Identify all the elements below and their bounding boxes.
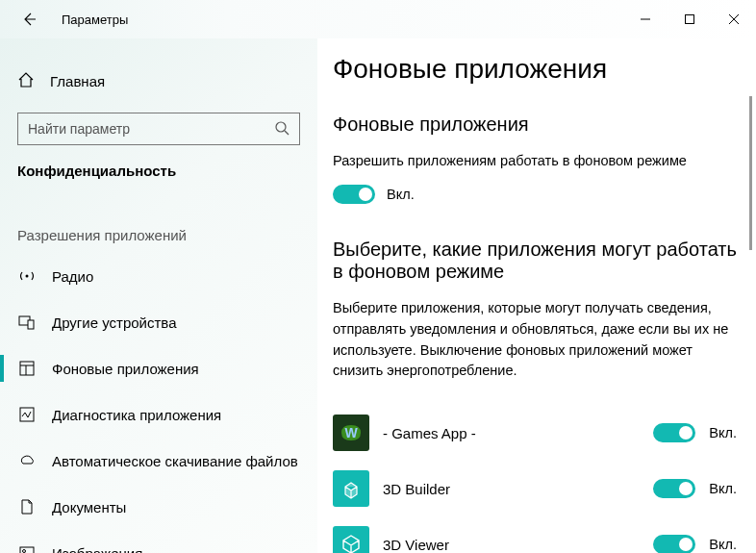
svg-point-2 <box>26 275 29 278</box>
app-toggle-state: Вкл. <box>709 425 737 440</box>
diagnostics-icon <box>17 405 37 424</box>
app-icon-3d-viewer <box>333 526 369 553</box>
sidebar-item-label: Документы <box>52 499 126 515</box>
images-icon <box>17 543 37 553</box>
app-row: W - Games App - Вкл. <box>333 405 737 461</box>
app-row: 3D Builder Вкл. <box>333 461 737 516</box>
search-box[interactable] <box>17 113 300 145</box>
svg-rect-4 <box>28 320 34 329</box>
page-title: Фоновые приложения <box>333 54 737 85</box>
sidebar-item-label: Изображения <box>52 545 142 554</box>
sidebar-item-app-diagnostics[interactable]: Диагностика приложения <box>0 391 317 438</box>
sidebar-item-other-devices[interactable]: Другие устройства <box>0 299 317 345</box>
svg-rect-7 <box>20 547 34 553</box>
window-title: Параметры <box>62 13 128 27</box>
maximize-button[interactable] <box>668 4 712 35</box>
search-input[interactable] <box>18 121 265 137</box>
app-toggle[interactable] <box>653 535 695 553</box>
scrollbar[interactable] <box>749 96 752 250</box>
svg-point-8 <box>23 550 26 553</box>
search-icon <box>265 120 299 138</box>
app-toggle[interactable] <box>653 479 695 498</box>
devices-icon <box>17 313 37 332</box>
svg-rect-0 <box>686 15 694 24</box>
minimize-button[interactable] <box>623 4 668 35</box>
sidebar-item-label: Диагностика приложения <box>52 407 221 423</box>
sidebar-item-background-apps[interactable]: Фоновые приложения <box>0 345 317 391</box>
app-row: 3D Viewer Вкл. <box>333 516 737 553</box>
svg-rect-6 <box>20 408 34 421</box>
home-label: Главная <box>50 73 105 89</box>
home-icon <box>17 71 35 91</box>
sidebar-item-images[interactable]: Изображения <box>0 530 317 553</box>
radio-icon <box>17 266 37 286</box>
sidebar-item-label: Автоматическое скачивание файлов <box>52 453 298 469</box>
cloud-download-icon <box>17 451 37 470</box>
sidebar-item-label: Другие устройства <box>52 314 176 331</box>
app-toggle[interactable] <box>653 423 695 442</box>
sidebar-item-auto-downloads[interactable]: Автоматическое скачивание файлов <box>0 438 317 484</box>
app-name: - Games App - <box>383 425 640 441</box>
app-toggle-state: Вкл. <box>709 481 737 496</box>
sidebar: Главная Конфиденциальность Разрешения пр… <box>0 38 317 553</box>
background-apps-icon <box>17 359 37 378</box>
section-title-choose-apps: Выберите, какие приложения могут работат… <box>333 239 737 283</box>
master-toggle-label: Разрешить приложениям работать в фоновом… <box>333 151 737 171</box>
svg-text:W: W <box>344 425 358 440</box>
app-name: 3D Viewer <box>383 537 640 553</box>
content-pane: Фоновые приложения Фоновые приложения Ра… <box>317 38 756 553</box>
home-link[interactable]: Главная <box>0 65 317 113</box>
sidebar-item-radio[interactable]: Радио <box>0 253 317 299</box>
svg-rect-5 <box>20 362 34 375</box>
svg-point-1 <box>276 122 286 132</box>
app-name: 3D Builder <box>383 481 640 497</box>
category-title: Конфиденциальность <box>0 163 317 204</box>
section-title-background: Фоновые приложения <box>333 113 737 136</box>
app-icon-3d-builder <box>333 470 369 507</box>
sidebar-item-documents[interactable]: Документы <box>0 484 317 530</box>
section-description: Выберите приложения, которые могут получ… <box>333 298 737 382</box>
back-button[interactable] <box>17 8 40 31</box>
master-toggle[interactable] <box>333 185 375 204</box>
sidebar-item-label: Радио <box>52 268 93 285</box>
section-subheader: Разрешения приложений <box>0 204 317 253</box>
titlebar: Параметры <box>0 0 756 38</box>
close-button[interactable] <box>712 4 756 35</box>
document-icon <box>17 497 37 516</box>
app-toggle-state: Вкл. <box>709 537 737 552</box>
sidebar-item-label: Фоновые приложения <box>52 361 199 377</box>
app-icon-games: W <box>333 415 369 451</box>
master-toggle-state: Вкл. <box>387 187 415 202</box>
